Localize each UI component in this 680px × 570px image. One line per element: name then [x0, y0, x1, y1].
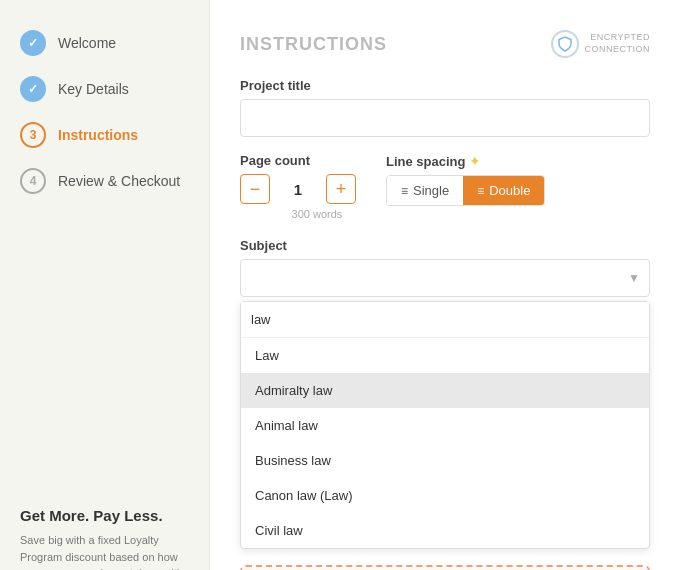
project-title-field: Project title [240, 78, 650, 137]
main-header: INSTRUCTIONS ENCRYPTED CONNECTION [240, 30, 650, 58]
file-upload-section[interactable]: Drop files to upload or browse max file … [240, 565, 650, 570]
increment-button[interactable]: + [326, 174, 356, 204]
shield-icon [551, 30, 579, 58]
spacing-label-row: Line spacing ✦ [386, 153, 545, 169]
dropdown-item-civil-law[interactable]: Civil law [241, 513, 649, 548]
subject-dropdown: LawAdmiralty lawAnimal lawBusiness lawCa… [240, 301, 650, 549]
promo-section: Get More. Pay Less. Save big with a fixe… [0, 487, 209, 570]
page-count-group: Page count − 1 + 300 words [240, 153, 356, 220]
counter-row: − 1 + [240, 174, 356, 204]
star-icon: ✦ [469, 153, 481, 169]
main-content: INSTRUCTIONS ENCRYPTED CONNECTION Projec… [210, 0, 680, 570]
page-count-label: Page count [240, 153, 356, 168]
single-label: Single [413, 183, 449, 198]
double-label: Double [489, 183, 530, 198]
project-title-label: Project title [240, 78, 650, 93]
line-spacing-label: Line spacing [386, 154, 465, 169]
dropdown-item-law[interactable]: Law [241, 338, 649, 373]
subject-select-wrapper: ▼ [240, 259, 650, 297]
decrement-button[interactable]: − [240, 174, 270, 204]
promo-description: Save big with a fixed Loyalty Program di… [20, 532, 189, 570]
sidebar-item-key-details[interactable]: ✓Key Details [0, 66, 209, 112]
double-spacing-button[interactable]: ≡ Double [463, 176, 544, 205]
step-circle-instructions: 3 [20, 122, 46, 148]
sidebar-label-key-details: Key Details [58, 81, 129, 97]
sidebar-label-welcome: Welcome [58, 35, 116, 51]
sidebar-item-welcome[interactable]: ✓Welcome [0, 20, 209, 66]
sidebar-item-review-checkout[interactable]: 4Review & Checkout [0, 158, 209, 204]
single-spacing-button[interactable]: ≡ Single [387, 176, 463, 205]
sidebar-label-review-checkout: Review & Checkout [58, 173, 180, 189]
step-circle-key-details: ✓ [20, 76, 46, 102]
promo-title: Get More. Pay Less. [20, 507, 189, 524]
double-icon: ≡ [477, 184, 484, 198]
dropdown-item-animal-law[interactable]: Animal law [241, 408, 649, 443]
page-count-value: 1 [278, 181, 318, 198]
spacing-buttons: ≡ Single ≡ Double [386, 175, 545, 206]
count-spacing-row: Page count − 1 + 300 words Line spacing … [240, 153, 650, 220]
line-spacing-group: Line spacing ✦ ≡ Single ≡ Double [386, 153, 545, 206]
subject-select[interactable] [240, 259, 650, 297]
step-circle-review-checkout: 4 [20, 168, 46, 194]
dropdown-item-canon-law[interactable]: Canon law (Law) [241, 478, 649, 513]
single-icon: ≡ [401, 184, 408, 198]
encrypted-label: ENCRYPTED CONNECTION [585, 32, 651, 55]
section-title: INSTRUCTIONS [240, 34, 387, 55]
subject-section: Subject ▼ LawAdmiralty lawAnimal lawBusi… [240, 238, 650, 549]
sidebar-item-instructions[interactable]: 3Instructions [0, 112, 209, 158]
sidebar-label-instructions: Instructions [58, 127, 138, 143]
step-circle-welcome: ✓ [20, 30, 46, 56]
dropdown-search-input[interactable] [241, 302, 649, 338]
dropdown-item-admiralty-law[interactable]: Admiralty law [241, 373, 649, 408]
dropdown-item-business-law[interactable]: Business law [241, 443, 649, 478]
words-count: 300 words [278, 208, 356, 220]
encrypted-badge: ENCRYPTED CONNECTION [551, 30, 651, 58]
subject-label: Subject [240, 238, 650, 253]
project-title-input[interactable] [240, 99, 650, 137]
sidebar: ✓Welcome✓Key Details3Instructions4Review… [0, 0, 210, 570]
